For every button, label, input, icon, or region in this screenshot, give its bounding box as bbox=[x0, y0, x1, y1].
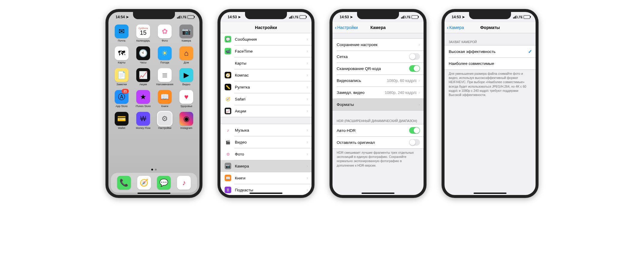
row-Видеозапись[interactable]: Видеозапись1080p, 60 кадр/с› bbox=[332, 74, 424, 86]
dock-phone[interactable]: 📞 bbox=[117, 176, 131, 190]
row-icon: ✿ bbox=[225, 151, 231, 157]
status-time: 14:53 bbox=[340, 15, 349, 19]
app-Money Flow[interactable]: ￦Money Flow bbox=[134, 112, 152, 130]
app-iTunes Store[interactable]: ★iTunes Store bbox=[134, 90, 152, 108]
battery-icon bbox=[188, 15, 194, 19]
dock-safari[interactable]: 🧭 bbox=[137, 176, 151, 190]
settings-row-Книги[interactable]: 📖Книги› bbox=[220, 172, 312, 184]
chevron-right-icon: › bbox=[306, 49, 308, 54]
app-Акции[interactable]: 📈Акции bbox=[134, 68, 152, 86]
app-Книги[interactable]: 📖Книги bbox=[156, 90, 174, 108]
app-label: Здоровье bbox=[180, 105, 192, 108]
app-Почта[interactable]: ✉Почта bbox=[113, 25, 131, 42]
app-Instagram[interactable]: ◉Instagram bbox=[177, 112, 195, 130]
app-Видео[interactable]: ▶Видео bbox=[177, 68, 195, 86]
toggle[interactable] bbox=[409, 127, 420, 134]
toggle[interactable] bbox=[409, 139, 420, 146]
settings-row-Сообщения[interactable]: 💬Сообщения› bbox=[220, 33, 312, 45]
row-icon: 💬 bbox=[225, 36, 231, 42]
status-time: 14:53 bbox=[228, 15, 237, 19]
network-label: LTE bbox=[181, 16, 187, 19]
device-home: 14:54➤ LTE ✉ПочтаСуббота15Календарь✿Фото… bbox=[105, 9, 202, 198]
row-Замедл. видео[interactable]: Замедл. видео1080p, 240 кадр/с› bbox=[332, 86, 424, 98]
dock-music[interactable]: ♪ bbox=[177, 176, 191, 190]
settings-row-Карты[interactable]: 🗺Карты› bbox=[220, 57, 312, 69]
app-Дом[interactable]: ⌂Дом bbox=[177, 46, 195, 64]
settings-row-Камера[interactable]: 📷Камера› bbox=[220, 160, 312, 172]
settings-row-Музыка[interactable]: ♪Музыка› bbox=[220, 124, 312, 136]
format-option-Наиболее совместимые[interactable]: Наиболее совместимые bbox=[445, 57, 536, 69]
settings-row-Акции[interactable]: 📈Акции› bbox=[220, 105, 312, 117]
row-icon: 🗺 bbox=[225, 60, 231, 66]
app-Wallet[interactable]: 💳Wallet bbox=[113, 112, 131, 130]
format-option-Высокая эффективность[interactable]: Высокая эффективность✓ bbox=[445, 45, 536, 57]
settings-row-Видео[interactable]: 🎬Видео› bbox=[220, 136, 312, 148]
home-indicator[interactable] bbox=[250, 193, 282, 194]
row-Сетка[interactable]: Сетка bbox=[332, 51, 424, 63]
app-Настройки[interactable]: ⚙Настройки bbox=[156, 112, 174, 130]
row-Форматы[interactable]: Форматы› bbox=[332, 98, 424, 110]
chevron-right-icon: › bbox=[306, 176, 308, 180]
chevron-right-icon: › bbox=[306, 164, 308, 168]
app-icon: ☀ bbox=[158, 46, 172, 60]
row-label: Подкасты bbox=[235, 188, 306, 192]
app-Часы[interactable]: 🕙Часы bbox=[134, 46, 152, 64]
row-label: Safari bbox=[235, 97, 306, 101]
home-indicator[interactable] bbox=[474, 193, 507, 194]
row-icon: 📷 bbox=[225, 163, 231, 169]
app-Камера[interactable]: 📷Камера bbox=[177, 25, 195, 42]
app-label: Instagram bbox=[180, 127, 192, 130]
row-label: Музыка bbox=[235, 128, 306, 132]
chevron-right-icon: › bbox=[306, 188, 308, 192]
toggle[interactable] bbox=[409, 53, 420, 60]
back-button[interactable]: ‹Настройки bbox=[332, 25, 358, 31]
settings-row-Фото[interactable]: ✿Фото› bbox=[220, 148, 312, 160]
status-time: 14:54 bbox=[116, 15, 125, 19]
app-Заметки[interactable]: 📄Заметки bbox=[113, 68, 131, 86]
home-indicator[interactable] bbox=[137, 193, 170, 194]
chevron-right-icon: › bbox=[306, 97, 308, 101]
app-App Store[interactable]: Ⓐ21App Store bbox=[113, 90, 131, 108]
toggle[interactable] bbox=[409, 65, 420, 72]
row-label: Наиболее совместимые bbox=[449, 61, 532, 66]
row-icon: 🧭 bbox=[225, 72, 231, 78]
app-label: Календарь bbox=[136, 39, 150, 42]
row-Авто-HDR[interactable]: Авто-HDR bbox=[332, 124, 424, 136]
app-Фото[interactable]: ✿Фото bbox=[156, 25, 174, 42]
row-Оставлять оригинал[interactable]: Оставлять оригинал bbox=[332, 136, 424, 148]
settings-row-Рулетка[interactable]: 📏Рулетка› bbox=[220, 81, 312, 93]
settings-row-Safari[interactable]: 🧭Safari› bbox=[220, 93, 312, 105]
app-icon: ◉ bbox=[179, 112, 193, 126]
chevron-right-icon: › bbox=[418, 90, 420, 95]
settings-row-FaceTime[interactable]: 📹FaceTime› bbox=[220, 45, 312, 57]
app-Погода[interactable]: ☀Погода bbox=[156, 46, 174, 64]
row-label: Сообщения bbox=[235, 37, 306, 42]
settings-row-Компас[interactable]: 🧭Компас› bbox=[220, 69, 312, 81]
app-icon: 💳 bbox=[115, 112, 129, 126]
row-icon: 🎙 bbox=[225, 187, 231, 193]
signal-icon bbox=[401, 16, 404, 19]
row-icon: ♪ bbox=[225, 127, 231, 133]
app-Напоминания[interactable]: ≣Напоминания bbox=[156, 68, 174, 86]
back-button[interactable]: ‹Камера bbox=[445, 25, 464, 31]
app-label: Часы bbox=[140, 61, 146, 64]
signal-icon bbox=[513, 16, 516, 19]
app-Здоровье[interactable]: ♥Здоровье bbox=[177, 90, 195, 108]
home-indicator[interactable] bbox=[362, 193, 394, 194]
row-label: Сканирование QR-кода bbox=[337, 66, 409, 71]
app-label: Почта bbox=[118, 39, 126, 42]
row-label: Книги bbox=[235, 176, 306, 180]
location-icon: ➤ bbox=[350, 15, 353, 19]
dock-messages[interactable]: 💬 bbox=[157, 176, 171, 190]
app-icon: ★ bbox=[136, 90, 150, 104]
row-icon: 🎬 bbox=[225, 139, 231, 145]
app-Календарь[interactable]: Суббота15Календарь bbox=[134, 25, 152, 42]
app-Карты[interactable]: 🗺Карты bbox=[113, 46, 131, 64]
row-Сканирование QR-кода[interactable]: Сканирование QR-кода bbox=[332, 63, 424, 74]
row-Сохранение настроек[interactable]: Сохранение настроек› bbox=[332, 39, 424, 51]
row-label: Авто-HDR bbox=[337, 128, 409, 133]
network-label: LTE bbox=[293, 16, 299, 19]
network-label: LTE bbox=[517, 16, 523, 19]
notch bbox=[245, 12, 287, 19]
app-label: Фото bbox=[162, 39, 168, 42]
